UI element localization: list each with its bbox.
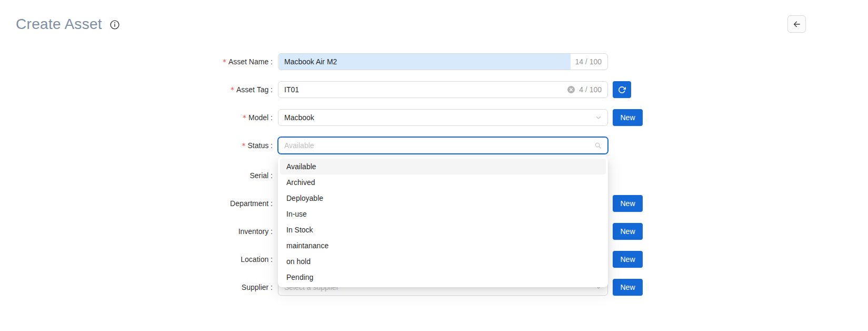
asset-tag-row: *Asset Tag IT01 4 / 100 (0, 81, 868, 98)
magnifier-icon (594, 142, 602, 149)
asset-tag-control: IT01 4 / 100 (278, 81, 608, 98)
status-label: *Status (0, 141, 278, 150)
model-control: Macbook (278, 109, 608, 126)
status-option-label: maintanance (286, 241, 328, 250)
required-asterisk: * (243, 113, 246, 122)
new-department-button[interactable]: New (613, 195, 643, 212)
required-asterisk: * (231, 85, 234, 94)
back-button[interactable] (787, 15, 806, 33)
info-circle-icon[interactable] (110, 20, 119, 30)
asset-tag-counter: 4 / 100 (579, 85, 602, 94)
status-option[interactable]: maintanance (280, 238, 606, 254)
asset-name-counter: 14 / 100 (575, 57, 602, 66)
status-dropdown: Available Archived Deployable In-use In … (278, 157, 608, 287)
status-option-label: Available (286, 162, 316, 171)
new-location-button[interactable]: New (613, 251, 643, 268)
sync-icon (618, 86, 626, 94)
model-value: Macbook (284, 113, 591, 122)
chevron-down-icon (595, 114, 602, 121)
supplier-label: Supplier (0, 283, 278, 291)
required-asterisk: * (242, 141, 246, 150)
regenerate-tag-button[interactable] (613, 81, 631, 98)
status-dropdown-options: Available Archived Deployable In-use In … (280, 159, 606, 285)
model-label: *Model (0, 113, 278, 122)
status-control: Available Available Archived Deployable … (278, 137, 608, 154)
asset-name-row: *Asset Name Macbook Air M2 14 / 100 (0, 53, 868, 70)
page-title: Create Asset (16, 13, 102, 36)
new-model-button[interactable]: New (613, 109, 643, 126)
page-header: Create Asset (0, 0, 868, 36)
asset-tag-input[interactable]: IT01 4 / 100 (278, 81, 608, 98)
new-supplier-button[interactable]: New (613, 279, 643, 296)
status-option-label: In Stock (286, 226, 313, 234)
status-option[interactable]: on hold (280, 254, 606, 269)
arrow-left-icon (793, 20, 801, 28)
close-circle-icon[interactable] (567, 86, 575, 93)
status-row: *Status Available Available Archived Dep… (0, 137, 868, 154)
department-label: Department (0, 199, 278, 208)
asset-name-label: *Asset Name (0, 57, 278, 66)
model-select[interactable]: Macbook (278, 109, 608, 126)
asset-name-value: Macbook Air M2 (279, 54, 571, 70)
status-select[interactable]: Available (278, 137, 608, 154)
create-asset-form: *Asset Name Macbook Air M2 14 / 100 *Ass… (0, 53, 868, 296)
asset-tag-value: IT01 (284, 85, 563, 94)
asset-tag-label: *Asset Tag (0, 85, 278, 94)
status-option-label: Pending (286, 273, 313, 281)
asset-name-control: Macbook Air M2 14 / 100 (278, 53, 608, 70)
asset-name-input[interactable]: Macbook Air M2 14 / 100 (278, 53, 608, 70)
status-option[interactable]: Available (280, 159, 606, 174)
serial-label: Serial (0, 171, 278, 180)
new-inventory-button[interactable]: New (613, 223, 643, 240)
status-option-label: Archived (286, 178, 315, 187)
required-asterisk: * (223, 57, 226, 66)
status-option[interactable]: Pending (280, 269, 606, 285)
status-option[interactable]: In Stock (280, 222, 606, 238)
model-row: *Model Macbook New (0, 109, 868, 126)
inventory-label: Inventory (0, 227, 278, 236)
location-label: Location (0, 255, 278, 264)
status-option-label: Deployable (286, 194, 323, 202)
status-option-label: In-use (286, 210, 307, 218)
status-option-label: on hold (286, 257, 311, 266)
status-placeholder: Available (284, 141, 590, 150)
status-option[interactable]: Deployable (280, 190, 606, 206)
status-option[interactable]: In-use (280, 206, 606, 222)
status-option[interactable]: Archived (280, 174, 606, 190)
